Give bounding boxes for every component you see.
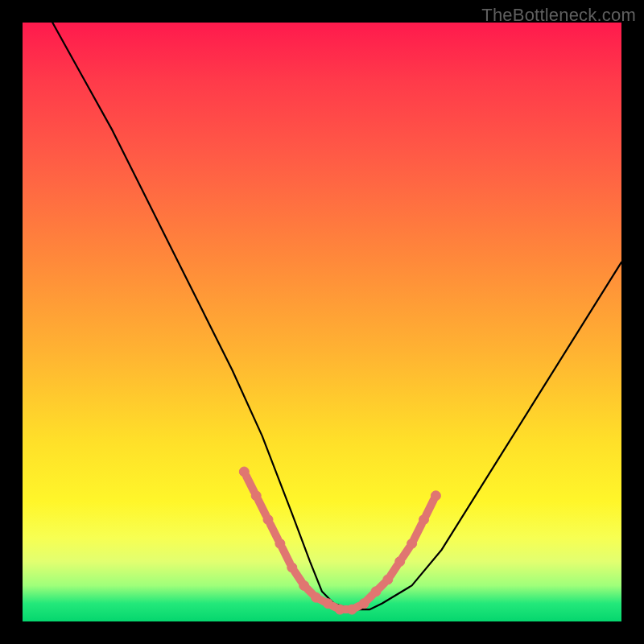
marker-segment bbox=[295, 572, 301, 581]
marker-segment bbox=[308, 589, 312, 594]
chart-frame: TheBottleneck.com bbox=[0, 0, 644, 644]
marker-segment bbox=[414, 524, 422, 539]
bottleneck-curve bbox=[52, 23, 621, 609]
marker-segment bbox=[367, 595, 372, 600]
marker-segment bbox=[379, 583, 384, 588]
plot-area bbox=[23, 23, 621, 621]
marker-segment bbox=[357, 605, 360, 607]
marker-segment bbox=[283, 548, 291, 564]
marker-group bbox=[239, 467, 440, 614]
marker-dot bbox=[431, 491, 440, 501]
marker-segment bbox=[270, 524, 279, 539]
marker-segment bbox=[246, 476, 254, 491]
chart-svg bbox=[23, 23, 621, 621]
marker-segment bbox=[426, 500, 434, 515]
marker-segment bbox=[332, 605, 336, 607]
watermark-text: TheBottleneck.com bbox=[481, 5, 636, 26]
marker-segment bbox=[402, 547, 409, 557]
marker-segment bbox=[320, 600, 324, 601]
marker-segment bbox=[390, 566, 397, 576]
marker-segment bbox=[258, 500, 266, 515]
